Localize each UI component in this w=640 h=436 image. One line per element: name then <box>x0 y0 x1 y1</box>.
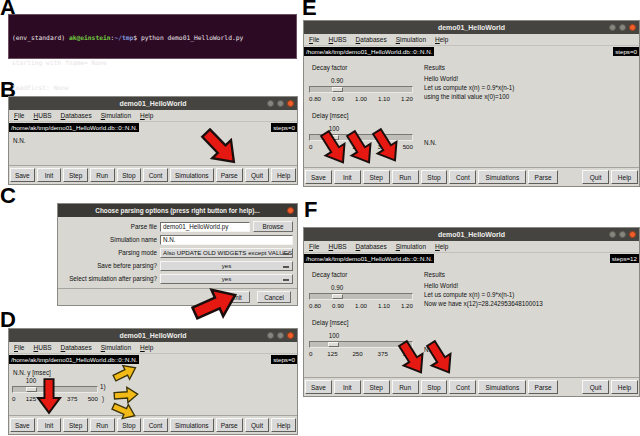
menu-file[interactable]: File <box>14 344 25 351</box>
btn-quit[interactable]: Quit <box>245 418 270 432</box>
btn-parse[interactable]: Parse <box>216 418 243 432</box>
menu-simulation[interactable]: Simulation <box>101 112 131 119</box>
menu-hubs[interactable]: HUBS <box>329 36 347 43</box>
btn-stop[interactable]: Stop <box>117 168 142 182</box>
decay-factor-label: Decay factor <box>312 271 347 278</box>
save-before-dropdown[interactable]: yes <box>160 261 293 271</box>
close-button[interactable] <box>629 24 636 31</box>
minimize-button[interactable] <box>267 332 274 339</box>
menu-file[interactable]: File <box>309 36 320 43</box>
slider-trough[interactable] <box>309 86 413 93</box>
sim-name-text: N.N. <box>424 139 437 146</box>
btn-simulations[interactable]: Simulations <box>170 418 214 432</box>
btn-run[interactable]: Run <box>90 168 115 182</box>
select-after-row: Select simulation after parsing? yes <box>60 273 293 284</box>
browse-button[interactable]: Browse <box>253 221 293 232</box>
menu-hubs[interactable]: HUBS <box>34 344 52 351</box>
menu-databases[interactable]: Databases <box>61 344 92 351</box>
slider-trough[interactable] <box>309 293 413 300</box>
btn-help[interactable]: Help <box>271 168 296 182</box>
btn-simulations[interactable]: Simulations <box>170 168 214 182</box>
terminal-output-line: starting with fname= None <box>12 59 293 67</box>
titlebar[interactable]: demo01_HelloWorld <box>304 228 639 241</box>
delay-slider-label: N.N. y [msec] <box>13 369 51 376</box>
btn-cont[interactable]: Cont <box>143 168 168 182</box>
menu-simulation[interactable]: Simulation <box>396 243 426 250</box>
close-button[interactable] <box>287 100 294 107</box>
btn-cont[interactable]: Cont <box>143 418 168 432</box>
minimize-button[interactable] <box>267 100 274 107</box>
titlebar[interactable]: demo01_HelloWorld <box>9 329 297 342</box>
btn-parse[interactable]: Parse <box>528 170 557 184</box>
btn-run[interactable]: Run <box>392 380 419 394</box>
btn-init[interactable]: Init <box>37 168 62 182</box>
btn-init[interactable]: Init <box>334 380 361 394</box>
btn-step[interactable]: Step <box>63 168 88 182</box>
menu-simulation[interactable]: Simulation <box>101 344 131 351</box>
red-arrow-save <box>36 379 62 413</box>
btn-quit[interactable]: Quit <box>582 380 609 394</box>
menu-help[interactable]: Help <box>435 243 448 250</box>
simulation-name-input[interactable]: N.N. <box>160 235 293 245</box>
btn-save[interactable]: Save <box>10 418 35 432</box>
menu-databases[interactable]: Databases <box>356 243 387 250</box>
terminal-command: python demo01_HelloWorld.py <box>141 34 243 41</box>
minimize-button[interactable] <box>609 231 616 238</box>
btn-step[interactable]: Step <box>363 380 390 394</box>
maximize-button[interactable] <box>277 100 284 107</box>
button-row-spacer <box>559 169 581 185</box>
btn-simulations[interactable]: Simulations <box>478 170 526 184</box>
menu-hubs[interactable]: HUBS <box>34 112 52 119</box>
close-button[interactable] <box>629 231 636 238</box>
cancel-button[interactable]: Cancel <box>257 291 291 303</box>
btn-simulations[interactable]: Simulations <box>478 380 526 394</box>
btn-help[interactable]: Help <box>611 380 638 394</box>
btn-save[interactable]: Save <box>305 170 332 184</box>
btn-parse[interactable]: Parse <box>528 380 557 394</box>
btn-save[interactable]: Save <box>10 168 35 182</box>
btn-run[interactable]: Run <box>90 418 115 432</box>
maximize-button[interactable] <box>277 332 284 339</box>
close-button[interactable] <box>287 207 294 214</box>
slider-handle[interactable] <box>328 342 339 347</box>
menu-databases[interactable]: Databases <box>61 112 92 119</box>
titlebar[interactable]: demo01_HelloWorld <box>9 97 297 110</box>
btn-cont[interactable]: Cont <box>449 170 476 184</box>
parse-file-input[interactable]: demo01_HelloWorld.py <box>160 222 250 232</box>
btn-cont[interactable]: Cont <box>449 380 476 394</box>
menu-help[interactable]: Help <box>140 112 153 119</box>
btn-help[interactable]: Help <box>271 418 296 432</box>
maximize-button[interactable] <box>619 231 626 238</box>
menu-file[interactable]: File <box>14 112 25 119</box>
btn-stop[interactable]: Stop <box>421 380 448 394</box>
menu-help[interactable]: Help <box>435 36 448 43</box>
btn-help[interactable]: Help <box>611 170 638 184</box>
btn-stop[interactable]: Stop <box>421 170 448 184</box>
close-button[interactable] <box>287 332 294 339</box>
menu-file[interactable]: File <box>309 243 320 250</box>
btn-step[interactable]: Step <box>63 418 88 432</box>
status-row: /home/ak/tmp/demo01_HelloWorld.db::0::N.… <box>304 46 639 58</box>
btn-init[interactable]: Init <box>334 170 361 184</box>
maximize-button[interactable] <box>619 24 626 31</box>
slider-handle[interactable] <box>332 87 343 92</box>
dialog-titlebar[interactable]: Choose parsing options (press right butt… <box>58 204 297 217</box>
btn-quit[interactable]: Quit <box>582 170 609 184</box>
btn-save[interactable]: Save <box>305 380 332 394</box>
menubar: File HUBS Databases Simulation Help <box>9 110 297 122</box>
menu-simulation[interactable]: Simulation <box>396 36 426 43</box>
parsing-mode-dropdown[interactable]: Also UPDATE OLD WIDGETS except VALUES <box>160 248 293 258</box>
btn-init[interactable]: Init <box>37 418 62 432</box>
menu-help[interactable]: Help <box>140 344 153 351</box>
menu-databases[interactable]: Databases <box>356 36 387 43</box>
btn-quit[interactable]: Quit <box>245 168 270 182</box>
decay-factor-label: Decay factor <box>312 64 347 71</box>
minimize-button[interactable] <box>609 24 616 31</box>
dialog-footer: Submit Cancel <box>58 288 297 305</box>
menu-hubs[interactable]: HUBS <box>329 243 347 250</box>
slider-handle[interactable] <box>332 294 343 299</box>
btn-run[interactable]: Run <box>392 170 419 184</box>
btn-step[interactable]: Step <box>363 170 390 184</box>
titlebar[interactable]: demo01_HelloWorld <box>304 21 639 34</box>
results-title: Results <box>424 64 445 71</box>
